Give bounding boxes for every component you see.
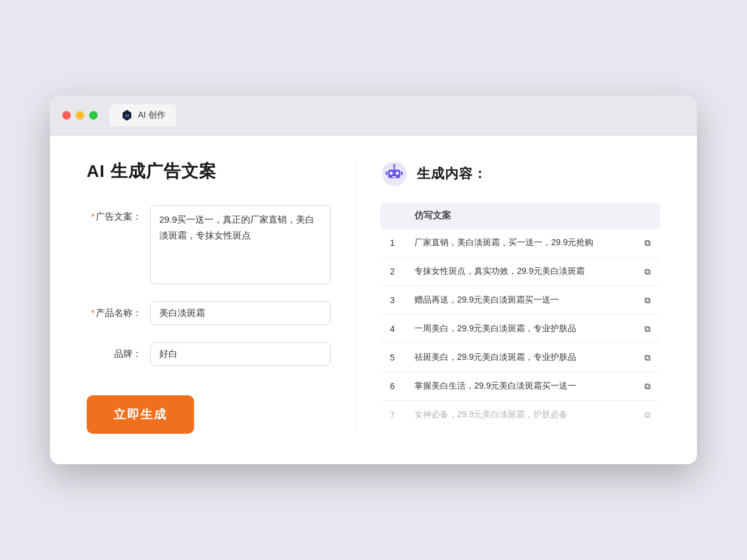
page-title: AI 生成广告文案 (87, 160, 331, 183)
table-row: 6掌握美白生活，29.9元美白淡斑霜买一送一⧉ (380, 372, 660, 401)
row-text-3: 赠品再送，29.9元美白淡斑霜买一送一 (405, 286, 635, 315)
label-product-name: 产品名称： (87, 301, 142, 319)
ad-copy-textarea[interactable]: 29.9买一送一，真正的厂家直销，美白淡斑霜，专抹女性斑点 (150, 205, 331, 284)
form-group-brand: 品牌： (87, 342, 331, 366)
table-row: 5祛斑美白，29.9元美白淡斑霜，专业护肤品⧉ (380, 343, 660, 372)
table-row: 4一周美白，29.9元美白淡斑霜，专业护肤品⧉ (380, 315, 660, 343)
product-name-input[interactable] (150, 301, 331, 325)
row-num-5: 5 (380, 343, 405, 372)
tab-ai-creation[interactable]: AI AI 创作 (110, 104, 176, 126)
right-panel: 生成内容： 仿写文案 1厂家直销，美白淡斑霜，买一送一，29.9元抢购⧉2专抹女… (355, 160, 660, 434)
row-text-5: 祛斑美白，29.9元美白淡斑霜，专业护肤品 (405, 343, 635, 372)
result-header: 生成内容： (380, 160, 660, 188)
row-num-1: 1 (380, 229, 405, 257)
row-text-6: 掌握美白生活，29.9元美白淡斑霜买一送一 (405, 372, 635, 401)
label-ad-copy: 广告文案： (87, 205, 142, 223)
row-text-7: 女神必备，29.9元美白淡斑霜，护肤必备 (405, 401, 635, 429)
copy-button-6[interactable]: ⧉ (635, 372, 660, 401)
copy-button-2[interactable]: ⧉ (635, 257, 660, 286)
result-table: 仿写文案 1厂家直销，美白淡斑霜，买一送一，29.9元抢购⧉2专抹女性斑点，真实… (380, 203, 660, 429)
left-panel: AI 生成广告文案 广告文案： 29.9买一送一，真正的厂家直销，美白淡斑霜，专… (87, 160, 355, 434)
table-row: 7女神必备，29.9元美白淡斑霜，护肤必备⧉ (380, 401, 660, 429)
result-title: 生成内容： (417, 165, 487, 183)
form-group-ad-copy: 广告文案： 29.9买一送一，真正的厂家直销，美白淡斑霜，专抹女性斑点 (87, 205, 331, 284)
svg-rect-9 (386, 171, 388, 175)
col-copy-header (635, 203, 660, 229)
ai-tab-icon: AI (121, 109, 133, 121)
maximize-button[interactable] (89, 111, 98, 120)
copy-button-4[interactable]: ⧉ (635, 315, 660, 343)
main-content: AI 生成广告文案 广告文案： 29.9买一送一，真正的厂家直销，美白淡斑霜，专… (50, 135, 697, 464)
row-text-2: 专抹女性斑点，真实功效，29.9元美白淡斑霜 (405, 257, 635, 286)
col-num-header (380, 203, 405, 229)
titlebar: AI AI 创作 (50, 96, 697, 135)
table-row: 3赠品再送，29.9元美白淡斑霜买一送一⧉ (380, 286, 660, 315)
table-row: 1厂家直销，美白淡斑霜，买一送一，29.9元抢购⧉ (380, 229, 660, 257)
col-content-header: 仿写文案 (405, 203, 635, 229)
copy-button-1[interactable]: ⧉ (635, 229, 660, 257)
svg-point-4 (390, 172, 393, 175)
copy-button-5[interactable]: ⧉ (635, 343, 660, 372)
svg-rect-6 (392, 176, 396, 178)
svg-point-5 (396, 172, 399, 175)
tab-label: AI 创作 (138, 110, 165, 121)
form-group-product-name: 产品名称： (87, 301, 331, 325)
close-button[interactable] (62, 111, 71, 120)
row-text-4: 一周美白，29.9元美白淡斑霜，专业护肤品 (405, 315, 635, 343)
browser-window: AI AI 创作 AI 生成广告文案 广告文案： 29.9买一送一，真正的厂家直… (50, 96, 697, 464)
label-brand: 品牌： (87, 342, 142, 360)
traffic-lights (62, 111, 98, 120)
brand-input[interactable] (150, 342, 331, 366)
svg-rect-10 (401, 171, 403, 175)
row-num-6: 6 (380, 372, 405, 401)
row-num-2: 2 (380, 257, 405, 286)
row-num-4: 4 (380, 315, 405, 343)
generate-button[interactable]: 立即生成 (87, 395, 194, 434)
row-num-7: 7 (380, 401, 405, 429)
svg-point-11 (394, 165, 395, 167)
svg-text:AI: AI (125, 113, 129, 118)
copy-button-7[interactable]: ⧉ (635, 401, 660, 429)
row-num-3: 3 (380, 286, 405, 315)
robot-icon (380, 160, 408, 188)
minimize-button[interactable] (76, 111, 84, 120)
copy-button-3[interactable]: ⧉ (635, 286, 660, 315)
row-text-1: 厂家直销，美白淡斑霜，买一送一，29.9元抢购 (405, 229, 635, 257)
table-row: 2专抹女性斑点，真实功效，29.9元美白淡斑霜⧉ (380, 257, 660, 286)
